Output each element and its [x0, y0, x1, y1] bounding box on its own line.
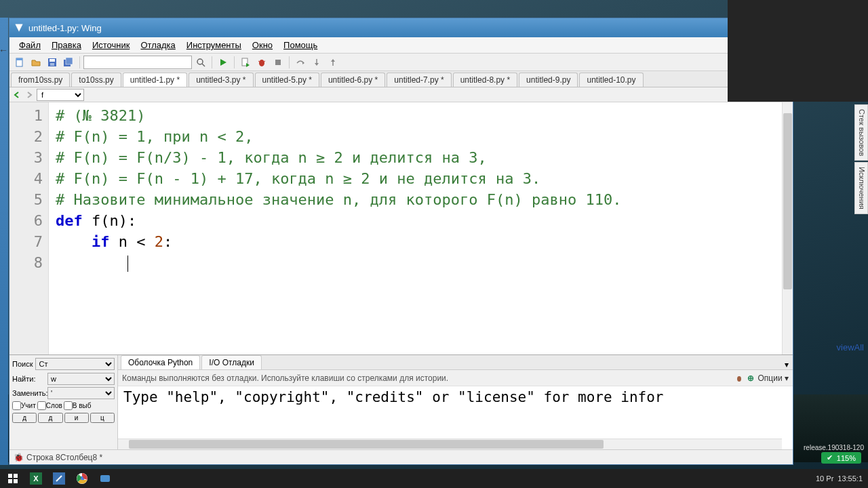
taskbar: X 10 Pr 13:55:1	[0, 469, 868, 488]
svg-point-7	[197, 59, 203, 64]
search-panel: Поиск Ст Найти: w Заменить: ' Учит Слов …	[9, 355, 118, 449]
check-case[interactable]: Учит	[12, 401, 36, 410]
statusbar: 🐞 Строка 8Столбец8 *	[9, 449, 793, 464]
menu-file[interactable]: Файл	[14, 39, 46, 52]
search-btn[interactable]: и	[64, 413, 89, 423]
start-button[interactable]	[3, 470, 23, 487]
file-tab[interactable]: untitled-10.py	[579, 73, 643, 87]
side-tab-callstack[interactable]: Стек вызовов	[854, 104, 868, 161]
app-logo-icon	[14, 22, 24, 33]
open-file-icon[interactable]	[28, 55, 43, 70]
menubar: Файл Правка Источник Отладка Инструменты…	[9, 37, 793, 54]
plus-icon[interactable]: ⊕	[747, 373, 754, 383]
step-out-icon[interactable]	[326, 55, 340, 70]
line-gutter: 1 2 3 4 5 6 7 8	[9, 102, 49, 354]
editor-area: 1 2 3 4 5 6 7 8 # (№ 3821)# F(n) = 1, пр…	[9, 102, 793, 354]
svg-rect-20	[14, 479, 18, 483]
nav-back-icon[interactable]	[12, 90, 22, 100]
nav-fwd-icon[interactable]	[24, 90, 34, 100]
menu-window[interactable]: Окно	[247, 39, 278, 52]
bug-icon[interactable]	[254, 55, 269, 70]
file-tab[interactable]: untitled-8.py *	[453, 73, 517, 87]
chevron-down-icon[interactable]: ▾	[781, 360, 793, 369]
file-tab[interactable]: untitled-5.py *	[255, 73, 319, 87]
stop-icon[interactable]	[271, 55, 285, 70]
code-editor[interactable]: # (№ 3821)# F(n) = 1, при n < 2,# F(n) =…	[49, 102, 782, 354]
editor-nav-bar: f ✕	[9, 87, 793, 102]
new-file-icon[interactable]	[12, 55, 27, 70]
symbol-select[interactable]: f	[37, 89, 84, 101]
search-btn[interactable]: ц	[90, 413, 115, 423]
side-tab-exceptions[interactable]: Исключения	[854, 162, 868, 214]
file-tab[interactable]: from10ss.py	[11, 73, 70, 87]
check-word[interactable]: Слов	[37, 401, 62, 410]
file-tab[interactable]: untitled-9.py	[519, 73, 578, 87]
replace-label: Заменить:	[12, 389, 46, 397]
svg-line-8	[202, 64, 205, 66]
ide-window: untitled-1.py: Wing Файл Правка Источник…	[9, 18, 793, 465]
taskbar-excel-icon[interactable]: X	[26, 470, 46, 487]
toolbar	[9, 54, 793, 71]
file-tab-active[interactable]: untitled-1.py *	[123, 73, 187, 87]
file-tab[interactable]: untitled-6.py *	[321, 73, 385, 87]
find-input[interactable]: w	[47, 373, 115, 385]
shell-panel: Оболочка Python I/O Отладки ▾ Команды вы…	[118, 355, 793, 449]
menu-help[interactable]: Помощь	[278, 39, 323, 52]
shell-tab-io[interactable]: I/O Отладки	[201, 355, 262, 369]
tray-zoom-pill[interactable]: ✔ 115%	[821, 452, 861, 464]
pin-icon[interactable]	[753, 91, 762, 99]
menu-edit[interactable]: Правка	[46, 39, 87, 52]
step-over-icon[interactable]	[293, 55, 308, 70]
tray-clock[interactable]: 13:55:1	[837, 474, 863, 483]
svg-text:X: X	[33, 474, 39, 483]
file-tab[interactable]: to10ss.py	[71, 73, 121, 87]
search-icon[interactable]	[193, 55, 208, 70]
shell-tab-python[interactable]: Оболочка Python	[121, 355, 200, 369]
chevron-down-icon[interactable]	[766, 92, 774, 98]
save-all-icon[interactable]	[61, 55, 76, 70]
text-cursor	[127, 256, 128, 272]
editor-vscrollbar[interactable]	[782, 102, 793, 354]
search-mode-select[interactable]: Ст	[35, 358, 115, 370]
step-into-icon[interactable]	[309, 55, 324, 70]
debug-file-icon[interactable]	[238, 55, 253, 70]
svg-rect-1	[16, 58, 22, 60]
file-tab[interactable]: untitled-3.py *	[189, 73, 253, 87]
search-btn[interactable]: д	[38, 413, 62, 423]
titlebar: untitled-1.py: Wing	[9, 18, 793, 37]
shell-options[interactable]: Опции ▾	[758, 373, 789, 383]
taskbar-chrome-icon[interactable]	[72, 470, 92, 487]
toolbar-search-input[interactable]	[83, 56, 192, 69]
back-arrow-icon[interactable]: ←	[0, 45, 8, 56]
file-tabs: from10ss.py to10ss.py untitled-1.py * un…	[9, 71, 793, 87]
taskbar-app-icon[interactable]	[95, 470, 115, 487]
status-position: Строка 8Столбец8 *	[26, 453, 102, 462]
viewall-link[interactable]: viewAll	[837, 342, 864, 352]
search-panel-title: Поиск	[12, 360, 33, 368]
window-title: untitled-1.py: Wing	[28, 23, 102, 33]
bottom-panels: Поиск Ст Найти: w Заменить: ' Учит Слов …	[9, 354, 793, 449]
svg-rect-18	[14, 474, 18, 478]
close-icon[interactable]: ✕	[778, 89, 786, 100]
menu-debug[interactable]: Отладка	[135, 39, 180, 52]
svg-rect-19	[8, 479, 12, 483]
svg-point-10	[259, 60, 264, 66]
file-tab[interactable]: untitled-7.py *	[387, 73, 451, 87]
shell-output[interactable]: Type "help", "copyright", "credits" or "…	[118, 386, 793, 449]
run-icon[interactable]	[216, 55, 231, 70]
search-btn[interactable]: д	[12, 413, 37, 423]
shell-hscrollbar[interactable]	[118, 439, 782, 449]
shell-hint: Команды выполняются без отладки. Использ…	[122, 373, 448, 383]
save-icon[interactable]	[45, 55, 60, 70]
taskbar-editor-icon[interactable]	[49, 470, 69, 487]
menu-tools[interactable]: Инструменты	[181, 39, 247, 52]
menu-source[interactable]: Источник	[87, 39, 136, 52]
svg-rect-3	[50, 59, 55, 62]
check-sel[interactable]: В выб	[64, 401, 92, 410]
svg-rect-4	[50, 63, 54, 66]
svg-rect-17	[8, 474, 12, 478]
bug-small-icon[interactable]	[735, 374, 743, 382]
replace-input[interactable]: '	[47, 387, 115, 399]
left-app-strip: ←	[0, 18, 8, 465]
svg-rect-13	[275, 60, 281, 65]
